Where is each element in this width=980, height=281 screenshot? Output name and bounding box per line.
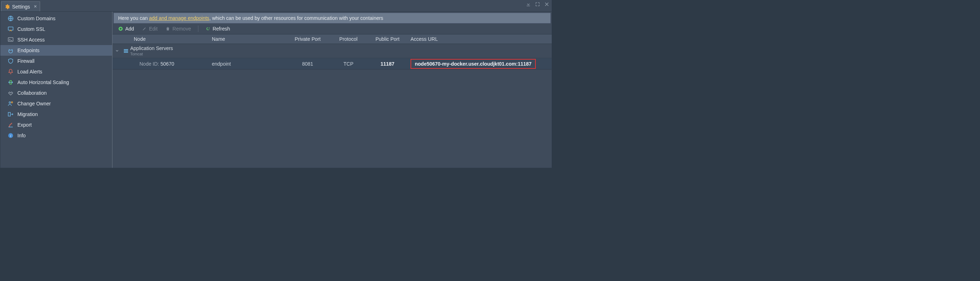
endpoints-grid: Node Name Private Port Protocol Public P… — [113, 34, 552, 168]
cell-access-url: node50670-my-docker.user.cloudjkt01.com:… — [407, 59, 552, 69]
grid-header: Node Name Private Port Protocol Public P… — [113, 34, 552, 44]
download-icon[interactable] — [525, 2, 531, 8]
info-bar: Here you can add and manage endpoints, w… — [113, 13, 550, 24]
svg-point-5 — [11, 102, 13, 103]
col-protocol[interactable]: Protocol — [329, 36, 368, 42]
stack-icon — [122, 48, 130, 54]
plug-icon — [8, 47, 14, 54]
sidebar-item-custom-ssl[interactable]: Custom SSL — [0, 24, 112, 35]
table-row[interactable]: Node ID: 50670 endpoint 8081 TCP 11187 n… — [113, 58, 552, 70]
node-id-label: Node ID: — [140, 61, 161, 67]
cell-protocol: TCP — [329, 61, 368, 67]
sidebar-item-label: Change Owner — [18, 101, 51, 106]
sidebar-item-label: Export — [18, 122, 32, 128]
tab-settings[interactable]: Settings ✕ — [1, 2, 40, 11]
sidebar-item-label: Collaboration — [18, 90, 47, 96]
gear-icon — [4, 4, 10, 10]
info-icon: i — [8, 132, 14, 139]
sidebar-item-load-alerts[interactable]: Load Alerts — [0, 66, 112, 77]
sidebar-item-info[interactable]: i Info — [0, 130, 112, 141]
remove-label: Remove — [172, 26, 191, 32]
info-text-pre: Here you can — [118, 15, 149, 21]
sidebar-item-migration[interactable]: Migration — [0, 109, 112, 119]
cell-node: Node ID: 50670 — [134, 61, 212, 67]
col-access-url[interactable]: Access URL — [407, 36, 552, 42]
row-status — [113, 61, 134, 67]
sidebar-item-export[interactable]: Export — [0, 119, 112, 130]
scale-icon — [8, 79, 14, 86]
tab-title: Settings — [12, 4, 30, 10]
col-public-port[interactable]: Public Port — [368, 36, 407, 42]
grid-body: Application Servers Tomcat Node ID: 5067… — [113, 44, 552, 168]
group-row[interactable]: Application Servers Tomcat — [113, 44, 552, 58]
sidebar-item-label: Endpoints — [18, 48, 40, 53]
svg-text:i: i — [10, 134, 11, 138]
bell-icon — [8, 68, 14, 75]
sidebar-item-label: Load Alerts — [18, 69, 42, 75]
info-link[interactable]: add and manage endpoints — [149, 15, 209, 21]
svg-rect-10 — [124, 49, 128, 50]
toolbar-separator — [198, 25, 198, 32]
info-text-post: , which can be used by other resources f… — [209, 15, 383, 21]
group-subtitle: Tomcat — [130, 52, 173, 56]
group-title: Application Servers — [130, 46, 173, 51]
sidebar-item-label: Custom Domains — [18, 16, 55, 21]
sidebar-item-custom-domains[interactable]: Custom Domains — [0, 13, 112, 24]
edit-button[interactable]: Edit — [139, 25, 161, 33]
add-label: Add — [125, 26, 134, 32]
cell-public-port: 11187 — [368, 61, 407, 67]
svg-rect-6 — [8, 113, 10, 116]
window-controls — [525, 2, 550, 8]
close-window-icon[interactable] — [544, 2, 550, 8]
edit-label: Edit — [149, 26, 158, 32]
shield-icon — [8, 58, 14, 64]
remove-button[interactable]: Remove — [162, 25, 194, 33]
sidebar-item-auto-scaling[interactable]: Auto Horizontal Scaling — [0, 77, 112, 87]
refresh-button[interactable]: Refresh — [203, 25, 233, 33]
certificate-icon — [8, 26, 14, 32]
handshake-icon — [8, 90, 14, 96]
sidebar-item-endpoints[interactable]: Endpoints — [0, 45, 112, 56]
sidebar-item-label: Info — [18, 133, 25, 138]
globe-icon — [8, 15, 14, 22]
col-node[interactable]: Node — [134, 36, 212, 42]
access-url-value[interactable]: node50670-my-docker.user.cloudjkt01.com:… — [410, 59, 536, 69]
settings-sidebar: Custom Domains Custom SSL SSH Access End… — [0, 12, 113, 168]
node-id-value: 50670 — [161, 61, 174, 67]
sidebar-item-change-owner[interactable]: Change Owner — [0, 98, 112, 109]
sidebar-item-label: Auto Horizontal Scaling — [18, 79, 69, 85]
svg-rect-1 — [8, 27, 13, 30]
svg-rect-11 — [124, 50, 128, 51]
col-name[interactable]: Name — [212, 36, 286, 42]
expand-icon[interactable] — [535, 2, 540, 8]
terminal-icon — [8, 37, 14, 43]
sidebar-item-label: SSH Access — [18, 37, 45, 43]
sidebar-item-firewall[interactable]: Firewall — [0, 56, 112, 66]
toolbar: Add Edit Remove Refresh — [113, 24, 552, 34]
refresh-label: Refresh — [213, 26, 230, 32]
sidebar-item-label: Migration — [18, 111, 38, 117]
users-icon — [8, 100, 14, 107]
sidebar-item-collaboration[interactable]: Collaboration — [0, 87, 112, 98]
add-button[interactable]: Add — [115, 25, 137, 33]
export-icon — [8, 122, 14, 128]
cell-name: endpoint — [212, 61, 286, 67]
chevron-down-icon[interactable] — [113, 48, 122, 54]
sidebar-item-label: Firewall — [18, 58, 34, 64]
cell-private-port: 8081 — [286, 61, 329, 67]
col-private-port[interactable]: Private Port — [286, 36, 329, 42]
svg-rect-12 — [124, 52, 128, 52]
group-text: Application Servers Tomcat — [130, 46, 173, 56]
tab-strip: Settings ✕ — [0, 0, 552, 11]
svg-point-4 — [9, 102, 11, 103]
sidebar-item-ssh-access[interactable]: SSH Access — [0, 35, 112, 45]
close-icon[interactable]: ✕ — [34, 4, 37, 9]
migrate-icon — [8, 111, 14, 117]
sidebar-item-label: Custom SSL — [18, 26, 45, 32]
content-pane: Here you can add and manage endpoints, w… — [113, 12, 552, 168]
